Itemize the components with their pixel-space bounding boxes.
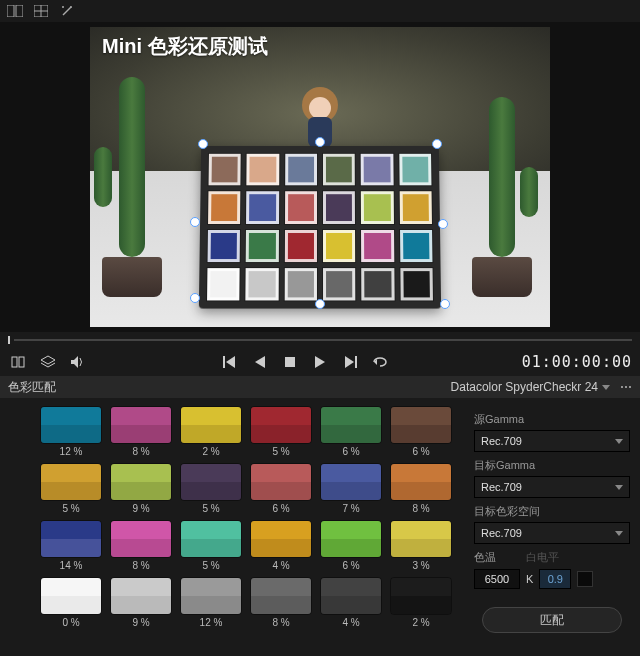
- swatch-cell[interactable]: 5 %: [180, 463, 242, 514]
- tint-label: 白电平: [526, 550, 559, 565]
- swatch-percent: 6 %: [272, 503, 289, 514]
- swatch-cell[interactable]: 8 %: [390, 463, 452, 514]
- swatch-percent: 6 %: [342, 560, 359, 571]
- loop-button[interactable]: [370, 352, 390, 372]
- dst-cs-select[interactable]: Rec.709: [474, 522, 630, 544]
- swatch-cell[interactable]: 9 %: [110, 577, 172, 628]
- temp-label: 色温: [474, 550, 496, 565]
- svg-rect-1: [16, 5, 23, 17]
- timecode[interactable]: 01:00:00:00: [522, 353, 632, 371]
- swatch-cell[interactable]: 4 %: [250, 520, 312, 571]
- tint-input[interactable]: [539, 569, 571, 589]
- swatch-cell[interactable]: 12 %: [180, 577, 242, 628]
- viewer-toolbar: [0, 0, 640, 22]
- svg-marker-14: [226, 356, 235, 368]
- swatch-cell[interactable]: 3 %: [390, 520, 452, 571]
- swatch-cell[interactable]: 5 %: [40, 463, 102, 514]
- checker-patch: [399, 192, 432, 224]
- color-checker-overlay[interactable]: [199, 146, 441, 309]
- prev-clip-button[interactable]: [220, 352, 240, 372]
- dst-gamma-select[interactable]: Rec.709: [474, 476, 630, 498]
- stop-button[interactable]: [280, 352, 300, 372]
- swatch-cell[interactable]: 8 %: [110, 406, 172, 457]
- temp-input[interactable]: [474, 569, 520, 589]
- swatch-cell[interactable]: 5 %: [250, 406, 312, 457]
- svg-rect-19: [355, 356, 357, 368]
- swatch-cell[interactable]: 12 %: [40, 406, 102, 457]
- next-clip-button[interactable]: [340, 352, 360, 372]
- panel-header: 色彩匹配 Datacolor SpyderCheckr 24 ⋯: [0, 376, 640, 398]
- corner-handle-bl[interactable]: [190, 293, 200, 303]
- checker-patch: [246, 192, 278, 224]
- chevron-down-icon: [615, 531, 623, 536]
- checker-patch: [399, 154, 431, 186]
- marker-icon[interactable]: [8, 352, 28, 372]
- grid-icon[interactable]: [32, 2, 50, 20]
- swatch-percent: 12 %: [200, 617, 223, 628]
- timeline[interactable]: [0, 332, 640, 348]
- corner-handle-tl[interactable]: [198, 139, 208, 149]
- chevron-down-icon: [602, 385, 610, 390]
- swatch-cell[interactable]: 2 %: [390, 577, 452, 628]
- swatch-cell[interactable]: 6 %: [320, 406, 382, 457]
- side-panel: 源Gamma Rec.709 目标Gamma Rec.709 目标色彩空间 Re…: [464, 398, 640, 656]
- swatch-percent: 4 %: [342, 617, 359, 628]
- swatch-percent: 5 %: [202, 503, 219, 514]
- edge-handle-bottom[interactable]: [315, 299, 325, 309]
- swatch-area: 12 %8 %2 %5 %6 %6 %5 %9 %5 %6 %7 %8 %14 …: [0, 398, 464, 656]
- swatch-cell[interactable]: 6 %: [320, 520, 382, 571]
- checker-patch: [400, 230, 433, 262]
- swatch-cell[interactable]: 7 %: [320, 463, 382, 514]
- checker-patch: [285, 154, 317, 186]
- swatch-cell[interactable]: 8 %: [110, 520, 172, 571]
- swatch-cell[interactable]: 14 %: [40, 520, 102, 571]
- edge-handle-left[interactable]: [190, 217, 200, 227]
- panel-title: 色彩匹配: [8, 379, 56, 396]
- preset-label: Datacolor SpyderCheckr 24: [451, 380, 598, 394]
- swatch-cell[interactable]: 0 %: [40, 577, 102, 628]
- swatch-percent: 6 %: [342, 446, 359, 457]
- svg-marker-15: [255, 356, 265, 368]
- panel-menu-icon[interactable]: ⋯: [620, 380, 632, 394]
- dst-cs-label: 目标色彩空间: [474, 504, 630, 519]
- checker-patch: [207, 268, 240, 301]
- tint-checkbox[interactable]: [577, 571, 593, 587]
- src-gamma-label: 源Gamma: [474, 412, 630, 427]
- play-button[interactable]: [310, 352, 330, 372]
- cactus-left: [102, 117, 162, 297]
- src-gamma-select[interactable]: Rec.709: [474, 430, 630, 452]
- layout-icon[interactable]: [6, 2, 24, 20]
- step-back-button[interactable]: [250, 352, 270, 372]
- preset-dropdown[interactable]: Datacolor SpyderCheckr 24: [451, 380, 610, 394]
- edge-handle-right[interactable]: [438, 219, 448, 229]
- match-button[interactable]: 匹配: [482, 607, 622, 633]
- swatch-cell[interactable]: 6 %: [390, 406, 452, 457]
- swatch-cell[interactable]: 6 %: [250, 463, 312, 514]
- checker-patch: [323, 230, 355, 262]
- swatch-percent: 2 %: [202, 446, 219, 457]
- edge-handle-top[interactable]: [315, 137, 325, 147]
- audio-icon[interactable]: [68, 352, 88, 372]
- swatch-cell[interactable]: 4 %: [320, 577, 382, 628]
- swatch-cell[interactable]: 8 %: [250, 577, 312, 628]
- corner-handle-br[interactable]: [440, 299, 450, 309]
- svg-rect-9: [12, 357, 17, 367]
- swatch-percent: 6 %: [412, 446, 429, 457]
- video-frame[interactable]: Mini 色彩还原测试: [90, 27, 550, 327]
- wand-icon[interactable]: [58, 2, 76, 20]
- swatch-cell[interactable]: 2 %: [180, 406, 242, 457]
- swatch-cell[interactable]: 5 %: [180, 520, 242, 571]
- swatch-cell[interactable]: 9 %: [110, 463, 172, 514]
- layers-icon[interactable]: [38, 352, 58, 372]
- svg-rect-16: [285, 357, 295, 367]
- swatch-percent: 8 %: [132, 446, 149, 457]
- corner-handle-tr[interactable]: [432, 139, 442, 149]
- swatch-percent: 14 %: [60, 560, 83, 571]
- svg-rect-10: [19, 357, 24, 367]
- checker-patch: [323, 192, 355, 224]
- checker-patch: [323, 154, 355, 186]
- svg-point-6: [70, 6, 72, 8]
- swatch-percent: 7 %: [342, 503, 359, 514]
- overlay-title: Mini 色彩还原测试: [102, 33, 268, 60]
- svg-marker-11: [41, 356, 55, 364]
